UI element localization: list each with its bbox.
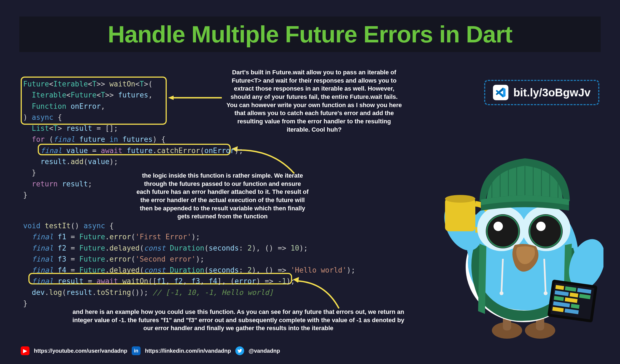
code-block-testit: void testIt() async { final f1 = Future.…	[23, 220, 355, 309]
linkedin-icon[interactable]: in	[132, 346, 141, 355]
code-block-waiton: Future<Iterable<T>> waitOn<T>( Iterable<…	[23, 78, 243, 200]
svg-point-33	[486, 214, 520, 248]
youtube-icon[interactable]: ▶	[21, 346, 29, 355]
footer-links: ▶ https://youtube.com/user/vandadnp in h…	[21, 346, 280, 355]
link-box[interactable]: bit.ly/3oBgwJv	[484, 80, 599, 105]
svg-point-35	[494, 222, 503, 231]
svg-point-38	[536, 222, 546, 231]
svg-rect-15	[445, 198, 475, 231]
vscode-icon	[493, 85, 508, 100]
dash-mascot-icon	[444, 138, 603, 344]
twitter-icon[interactable]	[235, 346, 244, 355]
svg-point-36	[529, 214, 563, 248]
svg-point-12	[544, 291, 548, 295]
page-title: Handle Multiple Future Errors in Dart	[19, 21, 601, 48]
svg-point-16	[445, 195, 475, 203]
youtube-link[interactable]: https://youtube.com/user/vandadnp	[34, 348, 127, 354]
linkedin-link[interactable]: https://linkedin.com/in/vandadnp	[145, 348, 231, 354]
twitter-handle[interactable]: @vandadnp	[249, 348, 280, 354]
link-text: bit.ly/3oBgwJv	[513, 86, 591, 99]
svg-point-11	[500, 291, 503, 295]
title-banner: Handle Multiple Future Errors in Dart	[19, 17, 601, 52]
explanation-top: Dart's built in Future.wait allow you to…	[226, 68, 402, 134]
explanation-bottom: and here is an example how you could use…	[69, 308, 408, 332]
